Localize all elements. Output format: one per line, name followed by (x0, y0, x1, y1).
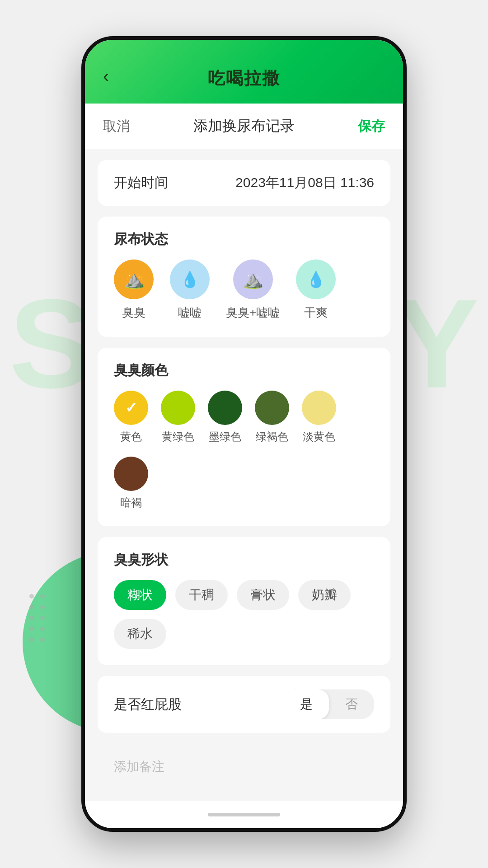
color-label-dark-brown: 暗褐 (120, 495, 142, 510)
diaper-status-section: 尿布状态 ⛰️ 臭臭 💧 嘘嘘 (98, 217, 390, 337)
poop-color-section: 臭臭颜色 黄色 黄绿色 墨绿色 (98, 348, 390, 526)
color-circle-light-yellow (302, 391, 336, 425)
both-label: 臭臭+嘘嘘 (226, 305, 280, 321)
bg-dots (29, 594, 45, 642)
bg-letter-y: Y (394, 271, 479, 416)
toggle-yes[interactable]: 是 (284, 689, 329, 719)
color-label-yellow-green: 黄绿色 (162, 429, 194, 444)
diaper-status-title: 尿布状态 (114, 230, 374, 249)
color-dark-brown[interactable]: 暗褐 (114, 457, 148, 510)
color-circle-yellow-green (161, 391, 195, 425)
app-header: ‹ 吃喝拉撒 (85, 40, 403, 104)
shape-milk[interactable]: 奶瓣 (298, 580, 351, 610)
status-pee[interactable]: 💧 嘘嘘 (170, 259, 210, 321)
poop-shape-section: 臭臭形状 糊状 干稠 膏状 奶瓣 稀水 (98, 537, 390, 665)
color-row: 黄色 黄绿色 墨绿色 绿褐色 (114, 391, 374, 510)
color-circle-dark-green (208, 391, 242, 425)
phone-frame: ‹ 吃喝拉撒 取消 添加换尿布记录 保存 开始时间 2023年11月08日 11… (81, 36, 407, 832)
color-yellow-green[interactable]: 黄绿色 (161, 391, 195, 444)
power-button (405, 266, 407, 316)
cancel-button[interactable]: 取消 (103, 117, 130, 136)
status-both[interactable]: ⛰️ 臭臭+嘘嘘 (226, 259, 280, 321)
both-icon-circle: ⛰️ (233, 259, 273, 299)
note-area[interactable]: 添加备注 (98, 744, 390, 801)
status-dry[interactable]: 💧 干爽 (296, 259, 336, 321)
red-bottom-label: 是否红屁股 (114, 695, 182, 714)
red-bottom-toggle[interactable]: 是 否 (284, 689, 374, 719)
poop-icon: ⛰️ (123, 269, 145, 289)
dry-label: 干爽 (304, 305, 328, 321)
time-value: 2023年11月08日 11:36 (235, 174, 374, 192)
poop-icon-circle: ⛰️ (114, 259, 154, 299)
color-label-yellow: 黄色 (120, 429, 142, 444)
color-light-yellow[interactable]: 淡黄色 (302, 391, 336, 444)
shape-row: 糊状 干稠 膏状 奶瓣 稀水 (114, 580, 374, 649)
poop-color-title: 臭臭颜色 (114, 361, 374, 380)
color-circle-yellow (114, 391, 148, 425)
both-icon: ⛰️ (242, 269, 263, 289)
color-label-light-yellow: 淡黄色 (303, 429, 335, 444)
color-dark-green[interactable]: 墨绿色 (208, 391, 242, 444)
time-row[interactable]: 开始时间 2023年11月08日 11:36 (98, 160, 390, 206)
save-button[interactable]: 保存 (358, 117, 385, 136)
color-green-brown[interactable]: 绿褐色 (255, 391, 289, 444)
bg-letter-s: S (9, 271, 89, 416)
color-label-dark-green: 墨绿色 (209, 429, 241, 444)
home-indicator (208, 813, 280, 816)
poop-label: 臭臭 (122, 305, 145, 321)
pee-icon: 💧 (180, 270, 199, 288)
shape-thin[interactable]: 稀水 (114, 619, 166, 649)
color-yellow[interactable]: 黄色 (114, 391, 148, 444)
color-label-green-brown: 绿褐色 (256, 429, 288, 444)
shape-paste2[interactable]: 膏状 (237, 580, 289, 610)
time-label: 开始时间 (114, 174, 168, 192)
content-area: 开始时间 2023年11月08日 11:36 尿布状态 ⛰️ 臭臭 💧 (85, 149, 403, 801)
app-title: 吃喝拉撒 (103, 67, 385, 90)
shape-dry[interactable]: 干稠 (175, 580, 228, 610)
dry-icon: 💧 (306, 270, 325, 288)
poop-shape-title: 臭臭形状 (114, 551, 374, 569)
color-circle-dark-brown (114, 457, 148, 491)
color-circle-green-brown (255, 391, 289, 425)
dry-icon-circle: 💧 (296, 259, 336, 299)
toggle-no[interactable]: 否 (329, 689, 374, 719)
status-poop[interactable]: ⛰️ 臭臭 (114, 259, 154, 321)
volume-button (81, 212, 83, 243)
red-bottom-row: 是否红屁股 是 否 (98, 676, 390, 733)
back-button[interactable]: ‹ (103, 66, 109, 86)
sub-header-title: 添加换尿布记录 (193, 116, 295, 136)
note-placeholder: 添加备注 (114, 760, 164, 774)
bottom-bar (85, 801, 403, 828)
pee-icon-circle: 💧 (170, 259, 210, 299)
sub-header: 取消 添加换尿布记录 保存 (85, 104, 403, 149)
pee-label: 嘘嘘 (178, 305, 202, 321)
status-icons-row: ⛰️ 臭臭 💧 嘘嘘 ⛰️ 臭臭+嘘嘘 (114, 259, 374, 321)
shape-paste[interactable]: 糊状 (114, 580, 166, 610)
